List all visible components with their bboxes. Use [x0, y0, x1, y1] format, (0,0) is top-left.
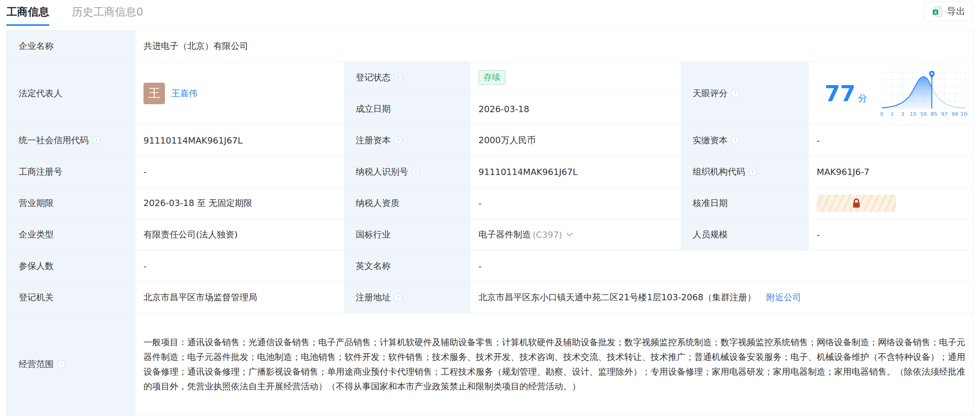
field-label-paid-capital: 实缴资本: [681, 125, 809, 156]
field-value-business-scope: 一般项目：通讯设备销售；光通信设备销售；电子产品销售；计算机软硬件及辅助设备零售…: [136, 313, 973, 415]
help-icon[interactable]: [394, 294, 402, 301]
svg-text:85: 85: [931, 111, 937, 117]
field-label-approval-date: 核准日期: [681, 188, 809, 219]
export-button-label: 导出: [947, 5, 965, 18]
field-label-company-name: 企业名称: [7, 31, 136, 62]
field-label-registration-authority: 登记机关: [7, 282, 136, 313]
field-value-approval-date: [809, 188, 973, 219]
svg-text:1: 1: [891, 111, 894, 117]
help-icon[interactable]: [412, 168, 420, 176]
help-icon[interactable]: [731, 136, 739, 144]
field-value-national-industry: 电子器件制造 (C397): [471, 219, 681, 251]
field-value-insured-count: -: [136, 251, 344, 282]
chevron-down-icon[interactable]: [566, 233, 573, 237]
tab-business-info[interactable]: 工商信息: [6, 5, 49, 26]
score-distribution-chart: 01 315 5085 9799 100: [877, 69, 968, 118]
field-value-taxpayer-id: 91110114MAK961J67L: [471, 156, 681, 188]
legal-representative-link[interactable]: 王嘉伟: [171, 88, 198, 99]
field-value-business-term: 2026-03-18 至 无固定期限: [136, 188, 344, 219]
business-info-table: 企业名称 共进电子（北京）有限公司 法定代表人 王 王嘉伟 登记状态 存续 天眼…: [6, 30, 974, 416]
field-label-credit-code: 统一社会信用代码: [7, 125, 136, 156]
help-icon[interactable]: [749, 168, 757, 176]
field-label-tianyan-score: 天眼评分: [681, 62, 809, 125]
field-label-english-name: 英文名称: [344, 251, 471, 282]
field-value-english-name: -: [471, 251, 973, 282]
field-label-legal-representative: 法定代表人: [7, 62, 136, 125]
field-label-organization-code: 组织机构代码: [681, 156, 809, 188]
score-unit: 分: [858, 92, 867, 105]
help-icon[interactable]: [394, 136, 402, 144]
field-value-registered-capital: 2000万人民币: [471, 125, 681, 156]
score-number: 77: [825, 82, 856, 105]
field-value-legal-representative: 王 王嘉伟: [136, 62, 344, 125]
field-value-staff-size: -: [809, 219, 973, 251]
svg-text:0: 0: [880, 111, 883, 117]
field-value-registration-status: 存续: [471, 62, 681, 93]
tab-bar: 工商信息 历史工商信息0 X 导出: [0, 0, 980, 25]
field-label-national-industry: 国标行业: [344, 219, 471, 251]
svg-text:3: 3: [901, 111, 904, 117]
field-value-credit-code: 91110114MAK961J67L: [136, 125, 344, 156]
locked-value-placeholder[interactable]: [817, 194, 896, 212]
field-label-business-term: 营业期限: [7, 188, 136, 219]
field-value-establish-date: 2026-03-18: [471, 93, 681, 125]
field-value-tianyan-score: 77 分: [809, 62, 973, 125]
lock-icon: [852, 198, 860, 208]
field-value-paid-capital: -: [809, 125, 973, 156]
help-icon[interactable]: [394, 74, 402, 82]
field-label-company-type: 企业类型: [7, 219, 136, 251]
industry-code: (C397): [533, 230, 562, 240]
field-label-insured-count: 参保人数: [7, 251, 136, 282]
field-label-registration-number: 工商注册号: [7, 156, 136, 188]
help-icon[interactable]: [731, 89, 739, 97]
field-label-registered-address: 注册地址: [344, 282, 471, 313]
field-value-taxpayer-qualification: -: [471, 188, 681, 219]
svg-text:50: 50: [920, 111, 927, 117]
help-icon[interactable]: [57, 360, 65, 368]
avatar[interactable]: 王: [143, 83, 165, 104]
svg-text:15: 15: [910, 111, 916, 117]
svg-text:100: 100: [961, 111, 968, 117]
field-label-registered-capital: 注册资本: [344, 125, 471, 156]
field-label-taxpayer-id: 纳税人识别号: [344, 156, 471, 188]
status-badge: 存续: [478, 70, 505, 84]
field-value-company-name: 共进电子（北京）有限公司: [136, 31, 973, 62]
field-value-registration-authority: 北京市昌平区市场监督管理局: [136, 282, 344, 313]
field-label-staff-size: 人员规模: [681, 219, 809, 251]
field-value-registration-number: -: [136, 156, 344, 188]
export-button[interactable]: X 导出: [924, 2, 973, 21]
field-value-organization-code: MAK961J6-7: [809, 156, 973, 188]
svg-text:99: 99: [952, 111, 958, 117]
svg-text:X: X: [934, 10, 937, 14]
excel-icon: X: [932, 6, 943, 17]
svg-text:97: 97: [941, 111, 947, 117]
field-label-establish-date: 成立日期: [344, 93, 471, 125]
field-label-business-scope: 经营范围: [7, 313, 136, 415]
tab-history-business-info[interactable]: 历史工商信息0: [72, 5, 143, 24]
field-label-taxpayer-qualification: 纳税人资质: [344, 188, 471, 219]
field-value-registered-address: 北京市昌平区东小口镇天通中苑二区21号楼1层103-2068（集群注册） 附近公…: [471, 282, 973, 313]
field-label-registration-status: 登记状态: [344, 62, 471, 93]
field-value-company-type: 有限责任公司(法人独资): [136, 219, 344, 251]
help-icon[interactable]: [92, 136, 100, 144]
score-axis-ticks: 01 315 5085 9799 100: [880, 111, 968, 117]
nearby-companies-link[interactable]: 附近公司: [766, 292, 801, 303]
